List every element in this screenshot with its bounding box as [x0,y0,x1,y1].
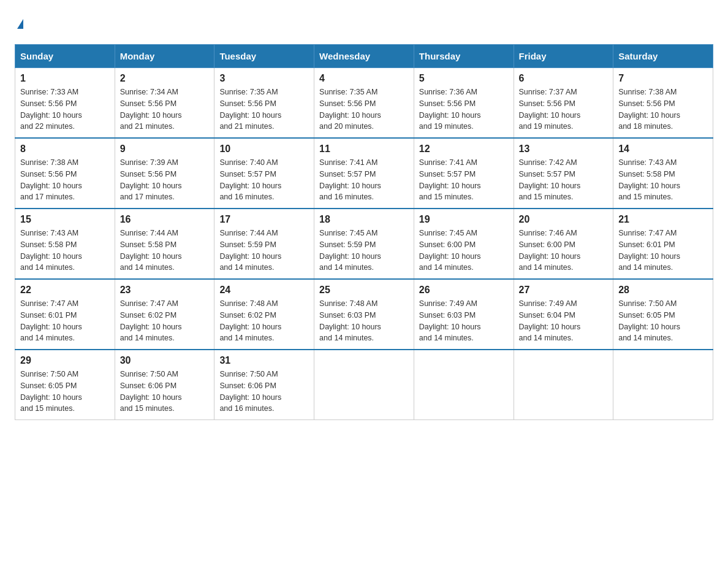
day-info: Sunrise: 7:48 AMSunset: 6:03 PMDaylight:… [319,298,409,344]
day-number: 27 [519,285,609,296]
day-number: 24 [219,285,309,296]
calendar-cell: 24Sunrise: 7:48 AMSunset: 6:02 PMDayligh… [214,279,314,350]
day-number: 25 [319,285,409,296]
day-info: Sunrise: 7:44 AMSunset: 5:58 PMDaylight:… [120,228,210,274]
calendar-week-row: 29Sunrise: 7:50 AMSunset: 6:05 PMDayligh… [15,350,713,420]
day-info: Sunrise: 7:50 AMSunset: 6:05 PMDaylight:… [20,369,110,415]
weekday-header-sunday: Sunday [15,45,115,68]
day-number: 18 [319,214,409,225]
calendar-cell: 16Sunrise: 7:44 AMSunset: 5:58 PMDayligh… [115,209,214,279]
day-number: 22 [20,285,110,296]
logo-general-line [15,15,23,32]
day-number: 2 [120,73,210,84]
day-number: 10 [219,144,309,155]
day-number: 5 [419,73,509,84]
day-info: Sunrise: 7:45 AMSunset: 5:59 PMDaylight:… [319,228,409,274]
day-number: 16 [120,214,210,225]
day-number: 6 [519,73,609,84]
calendar-cell: 22Sunrise: 7:47 AMSunset: 6:01 PMDayligh… [15,279,115,350]
calendar-week-row: 8Sunrise: 7:38 AMSunset: 5:56 PMDaylight… [15,138,713,209]
day-info: Sunrise: 7:41 AMSunset: 5:57 PMDaylight:… [419,157,509,203]
day-number: 28 [618,285,708,296]
day-number: 1 [20,73,110,84]
day-number: 23 [120,285,210,296]
calendar-cell: 13Sunrise: 7:42 AMSunset: 5:57 PMDayligh… [514,138,613,209]
calendar-cell: 18Sunrise: 7:45 AMSunset: 5:59 PMDayligh… [314,209,414,279]
calendar-week-row: 15Sunrise: 7:43 AMSunset: 5:58 PMDayligh… [15,209,713,279]
day-info: Sunrise: 7:50 AMSunset: 6:05 PMDaylight:… [618,298,708,344]
day-number: 26 [419,285,509,296]
day-number: 21 [618,214,708,225]
calendar-cell: 6Sunrise: 7:37 AMSunset: 5:56 PMDaylight… [514,68,613,139]
day-info: Sunrise: 7:42 AMSunset: 5:57 PMDaylight:… [519,157,609,203]
day-info: Sunrise: 7:48 AMSunset: 6:02 PMDaylight:… [219,298,309,344]
page-header [15,15,713,32]
day-info: Sunrise: 7:35 AMSunset: 5:56 PMDaylight:… [319,86,409,132]
calendar-cell [314,350,414,420]
day-number: 11 [319,144,409,155]
day-number: 12 [419,144,509,155]
day-number: 4 [319,73,409,84]
calendar-cell: 5Sunrise: 7:36 AMSunset: 5:56 PMDaylight… [414,68,514,139]
calendar-cell: 10Sunrise: 7:40 AMSunset: 5:57 PMDayligh… [214,138,314,209]
calendar-cell [514,350,613,420]
calendar-cell: 3Sunrise: 7:35 AMSunset: 5:56 PMDaylight… [214,68,314,139]
calendar-cell: 23Sunrise: 7:47 AMSunset: 6:02 PMDayligh… [115,279,214,350]
day-info: Sunrise: 7:40 AMSunset: 5:57 PMDaylight:… [219,157,309,203]
calendar-cell: 7Sunrise: 7:38 AMSunset: 5:56 PMDaylight… [613,68,713,139]
calendar-cell: 2Sunrise: 7:34 AMSunset: 5:56 PMDaylight… [115,68,214,139]
day-info: Sunrise: 7:37 AMSunset: 5:56 PMDaylight:… [519,86,609,132]
day-number: 9 [120,144,210,155]
calendar-cell: 31Sunrise: 7:50 AMSunset: 6:06 PMDayligh… [214,350,314,420]
day-info: Sunrise: 7:36 AMSunset: 5:56 PMDaylight:… [419,86,509,132]
calendar-cell: 12Sunrise: 7:41 AMSunset: 5:57 PMDayligh… [414,138,514,209]
day-number: 8 [20,144,110,155]
calendar-week-row: 22Sunrise: 7:47 AMSunset: 6:01 PMDayligh… [15,279,713,350]
calendar-cell: 8Sunrise: 7:38 AMSunset: 5:56 PMDaylight… [15,138,115,209]
day-info: Sunrise: 7:41 AMSunset: 5:57 PMDaylight:… [319,157,409,203]
day-number: 13 [519,144,609,155]
calendar-cell: 1Sunrise: 7:33 AMSunset: 5:56 PMDaylight… [15,68,115,139]
calendar-cell: 4Sunrise: 7:35 AMSunset: 5:56 PMDaylight… [314,68,414,139]
day-number: 14 [618,144,708,155]
calendar-cell: 29Sunrise: 7:50 AMSunset: 6:05 PMDayligh… [15,350,115,420]
calendar-cell: 21Sunrise: 7:47 AMSunset: 6:01 PMDayligh… [613,209,713,279]
calendar-week-row: 1Sunrise: 7:33 AMSunset: 5:56 PMDaylight… [15,68,713,139]
calendar-cell [613,350,713,420]
day-info: Sunrise: 7:43 AMSunset: 5:58 PMDaylight:… [618,157,708,203]
day-info: Sunrise: 7:47 AMSunset: 6:01 PMDaylight:… [618,228,708,274]
day-info: Sunrise: 7:44 AMSunset: 5:59 PMDaylight:… [219,228,309,274]
day-info: Sunrise: 7:50 AMSunset: 6:06 PMDaylight:… [219,369,309,415]
calendar-cell: 14Sunrise: 7:43 AMSunset: 5:58 PMDayligh… [613,138,713,209]
calendar-cell: 15Sunrise: 7:43 AMSunset: 5:58 PMDayligh… [15,209,115,279]
calendar-table: SundayMondayTuesdayWednesdayThursdayFrid… [15,44,713,420]
day-info: Sunrise: 7:35 AMSunset: 5:56 PMDaylight:… [219,86,309,132]
calendar-cell: 9Sunrise: 7:39 AMSunset: 5:56 PMDaylight… [115,138,214,209]
logo [15,15,23,32]
weekday-header-friday: Friday [514,45,613,68]
logo-triangle-icon [17,19,23,29]
day-number: 20 [519,214,609,225]
day-info: Sunrise: 7:50 AMSunset: 6:06 PMDaylight:… [120,369,210,415]
weekday-header-tuesday: Tuesday [214,45,314,68]
day-number: 17 [219,214,309,225]
calendar-cell: 27Sunrise: 7:49 AMSunset: 6:04 PMDayligh… [514,279,613,350]
day-number: 15 [20,214,110,225]
calendar-cell: 26Sunrise: 7:49 AMSunset: 6:03 PMDayligh… [414,279,514,350]
calendar-cell: 11Sunrise: 7:41 AMSunset: 5:57 PMDayligh… [314,138,414,209]
calendar-cell: 19Sunrise: 7:45 AMSunset: 6:00 PMDayligh… [414,209,514,279]
weekday-header-row: SundayMondayTuesdayWednesdayThursdayFrid… [15,45,713,68]
day-info: Sunrise: 7:45 AMSunset: 6:00 PMDaylight:… [419,228,509,274]
calendar-cell: 20Sunrise: 7:46 AMSunset: 6:00 PMDayligh… [514,209,613,279]
day-info: Sunrise: 7:49 AMSunset: 6:04 PMDaylight:… [519,298,609,344]
day-info: Sunrise: 7:43 AMSunset: 5:58 PMDaylight:… [20,228,110,274]
day-info: Sunrise: 7:34 AMSunset: 5:56 PMDaylight:… [120,86,210,132]
day-info: Sunrise: 7:33 AMSunset: 5:56 PMDaylight:… [20,86,110,132]
day-info: Sunrise: 7:47 AMSunset: 6:02 PMDaylight:… [120,298,210,344]
weekday-header-monday: Monday [115,45,214,68]
day-info: Sunrise: 7:39 AMSunset: 5:56 PMDaylight:… [120,157,210,203]
day-number: 31 [219,355,309,366]
weekday-header-wednesday: Wednesday [314,45,414,68]
calendar-cell: 30Sunrise: 7:50 AMSunset: 6:06 PMDayligh… [115,350,214,420]
day-info: Sunrise: 7:46 AMSunset: 6:00 PMDaylight:… [519,228,609,274]
